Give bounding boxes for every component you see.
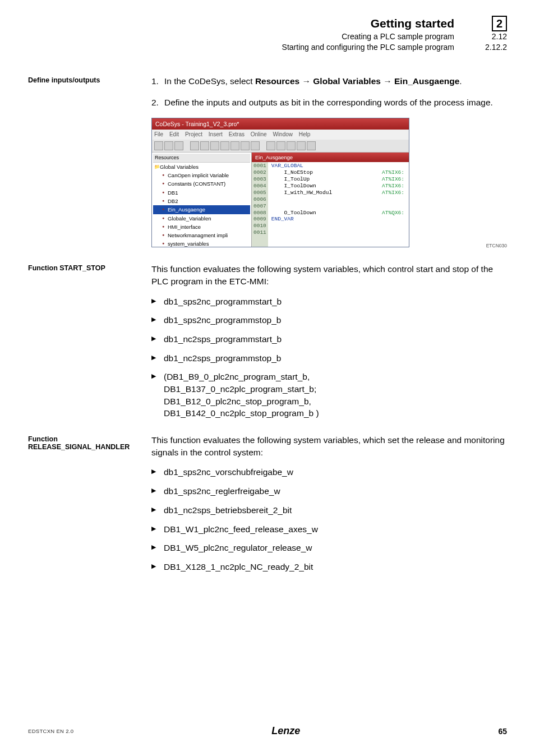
- app-title-bar: CoDeSys - Training1_V2_3.pro*: [152, 118, 409, 130]
- tree-item[interactable]: CanOpen implicit Variable: [153, 171, 250, 179]
- list-item: db1_sps2nc_reglerfreigabe_w: [151, 485, 507, 497]
- section2-list: db1_sps2nc_programmstart_bdb1_sps2nc_pro…: [151, 296, 507, 420]
- toolbar-button[interactable]: [241, 141, 250, 150]
- header-sub2-num: 2.12.2: [476, 42, 507, 53]
- address-column: AT%IX6:AT%IX6:AT%IX6:AT%IX6: AT%QX6:: [382, 163, 404, 236]
- step-number: 1.: [151, 75, 159, 87]
- toolbar-button[interactable]: [220, 141, 229, 150]
- menu-window[interactable]: Window: [273, 131, 293, 137]
- arrow-icon: →: [302, 76, 313, 86]
- side-label-define-io: Define inputs/outputs: [28, 75, 140, 251]
- list-item: db1_nc2sps_programmstop_b: [151, 352, 507, 365]
- step-2-text: Define the inputs and outputs as bit in …: [164, 96, 507, 109]
- tree-item[interactable]: system_variables: [153, 239, 250, 247]
- toolbar-button[interactable]: [164, 141, 173, 150]
- tree-item[interactable]: Ein_Ausgaenge: [153, 205, 250, 214]
- step1-resources: Resources: [255, 76, 299, 86]
- menu-insert[interactable]: Insert: [209, 131, 223, 137]
- footer-page-number: 65: [498, 727, 507, 736]
- list-item: DB1_X128_1_nc2plc_NC_ready_2_bit: [151, 561, 507, 573]
- toolbar-button[interactable]: [230, 141, 239, 150]
- menu-help[interactable]: Help: [299, 131, 311, 137]
- footer-logo: Lenze: [271, 725, 300, 737]
- tree-item[interactable]: Global Variables: [153, 163, 250, 171]
- section3-list: db1_sps2nc_vorschubfreigabe_wdb1_sps2nc_…: [151, 466, 507, 573]
- step1-prefix: In the CoDeSys, select: [164, 76, 255, 86]
- list-item: DB1_W1_plc2nc_feed_release_axes_w: [151, 523, 507, 536]
- toolbar-button[interactable]: [287, 141, 296, 150]
- page-footer: EDSTCXN EN 2.0 Lenze 65: [0, 725, 535, 737]
- toolbar-button[interactable]: [174, 141, 183, 150]
- header-title: Getting started: [371, 16, 454, 31]
- side-label-release-handler: Function RELEASE_SIGNAL_HANDLER: [28, 434, 140, 580]
- menu-edit[interactable]: Edit: [169, 131, 179, 137]
- page-content: Define inputs/outputs 1. In the CoDeSys,…: [0, 58, 535, 579]
- app-menu-bar[interactable]: File Edit Project Insert Extras Online W…: [152, 130, 409, 140]
- section2-intro: This function evaluates the following sy…: [151, 263, 507, 287]
- step-1-text: In the CoDeSys, select Resources → Globa…: [164, 75, 507, 87]
- tree-item[interactable]: DB1: [153, 188, 250, 197]
- step1-global-vars: Global Variables: [313, 76, 381, 86]
- line-gutter: 0001000200030004000500060007000800090010…: [252, 162, 268, 247]
- codesys-screenshot: CoDeSys - Training1_V2_3.pro* File Edit …: [151, 118, 507, 248]
- footer-doc-id: EDSTCXN EN 2.0: [28, 728, 73, 734]
- header-sub1-num: 2.12: [476, 31, 507, 42]
- side-label-start-stop: Function START_STOP: [28, 263, 140, 426]
- toolbar-button[interactable]: [190, 141, 199, 150]
- menu-project[interactable]: Project: [185, 131, 202, 137]
- toolbar-button[interactable]: [297, 141, 306, 150]
- list-item: DB1_W5_plc2nc_regulator_release_w: [151, 542, 507, 554]
- figure-caption: ETCN030: [486, 243, 507, 250]
- page-header: Getting started 2 Creating a PLC sample …: [0, 0, 535, 58]
- toolbar-button[interactable]: [251, 141, 260, 150]
- menu-online[interactable]: Online: [251, 131, 267, 137]
- toolbar-button[interactable]: [307, 141, 316, 150]
- step1-ein-ausgaenge: Ein_Ausgaenge: [394, 76, 459, 86]
- editor-tab[interactable]: Ein_Ausgaenge: [252, 153, 409, 162]
- toolbar-button[interactable]: [266, 141, 275, 150]
- menu-file[interactable]: File: [154, 131, 163, 137]
- tree-item[interactable]: Networkmanagment impli: [153, 231, 250, 239]
- tree-item[interactable]: HMI_interface: [153, 223, 250, 231]
- list-item: (DB1_B9_0_plc2nc_program_start_b,DB1_B13…: [151, 371, 507, 420]
- toolbar-button[interactable]: [276, 141, 285, 150]
- tree-header: Resources: [153, 154, 250, 163]
- section3-intro: This function evaluates the following sy…: [151, 434, 507, 458]
- arrow-icon: →: [383, 76, 394, 86]
- toolbar-button[interactable]: [210, 141, 219, 150]
- toolbar-button[interactable]: [154, 141, 163, 150]
- list-item: db1_sps2nc_vorschubfreigabe_w: [151, 466, 507, 478]
- chapter-number: 2: [492, 16, 507, 31]
- header-sub2: Starting and configuring the PLC sample …: [282, 42, 454, 53]
- list-item: db1_sps2nc_programmstop_b: [151, 314, 507, 326]
- toolbar-button[interactable]: [200, 141, 209, 150]
- tree-item[interactable]: DB2: [153, 197, 250, 205]
- header-sub1: Creating a PLC sample program: [342, 31, 454, 42]
- menu-extras[interactable]: Extras: [229, 131, 245, 137]
- app-toolbar[interactable]: [152, 140, 409, 153]
- list-item: db1_sps2nc_programmstart_b: [151, 296, 507, 308]
- list-item: db1_nc2sps_betriebsbereit_2_bit: [151, 504, 507, 517]
- tree-item[interactable]: Constants (CONSTANT): [153, 179, 250, 188]
- code-text[interactable]: VAR_GLOBAL I_NoEStop I_ToolUp I_ToolDown…: [268, 162, 409, 247]
- resource-tree[interactable]: Resources Global VariablesCanOpen implic…: [152, 153, 252, 247]
- list-item: db1_nc2sps_programmstart_b: [151, 333, 507, 345]
- tree-item[interactable]: Globale_Variablen: [153, 214, 250, 223]
- step-number: 2.: [151, 96, 159, 109]
- code-editor[interactable]: Ein_Ausgaenge 00010002000300040005000600…: [252, 153, 409, 247]
